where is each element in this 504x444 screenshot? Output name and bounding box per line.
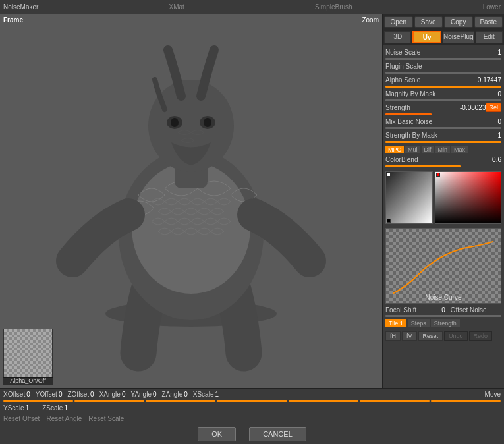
- mix-basic-row: Mix Basic Noise 0: [385, 117, 501, 126]
- app-name: NoiseMaker: [3, 3, 38, 11]
- noise-scale-label: Noise Scale: [385, 49, 495, 56]
- alpha-scale-label: Alpha Scale: [385, 76, 475, 84]
- colorblend-label: ColorBlend: [385, 156, 490, 163]
- tile-button[interactable]: Tile 1: [385, 319, 406, 327]
- yoffset-label: YOffset: [36, 391, 57, 398]
- xoffset-value: 0: [26, 391, 30, 398]
- offset-noise-label: Offset Noise: [451, 306, 501, 314]
- mix-max-button[interactable]: Max: [451, 146, 468, 153]
- colorblend-value: 0.6: [492, 156, 501, 163]
- color-box-dark[interactable]: [385, 171, 433, 224]
- reset-offset-button[interactable]: Reset Offset: [3, 415, 40, 422]
- strength-row: Strength -0.08023 Rel: [385, 103, 501, 112]
- reset-scale-button[interactable]: Reset Scale: [88, 415, 124, 422]
- alpha-scale-slider[interactable]: [385, 86, 501, 88]
- viewport[interactable]: Frame Zoom: [0, 14, 382, 388]
- strength-mask-slider[interactable]: [385, 141, 501, 143]
- tab-edit[interactable]: Edit: [476, 31, 503, 43]
- colorblend-slider[interactable]: [385, 165, 461, 167]
- mix-dif-button[interactable]: Dif: [422, 146, 434, 153]
- zoffset-item: ZOffset 0: [67, 391, 94, 398]
- xoffset-label: XOffset: [3, 391, 25, 398]
- color-picker-row: [385, 171, 501, 224]
- mix-min-button[interactable]: Min: [435, 146, 451, 153]
- noise-scale-row: Noise Scale 1: [385, 47, 501, 57]
- zoffset-label: ZOffset: [67, 391, 89, 398]
- alpha-thumbnail: [3, 329, 53, 378]
- color-corner-tr: [436, 173, 440, 177]
- strength-value: -0.08023: [460, 104, 486, 111]
- zangle-label: ZAngle: [162, 391, 183, 398]
- xscale-item: XScale 1: [193, 391, 219, 398]
- scale-row: YScale 1 ZScale 1: [0, 403, 504, 414]
- plugin-scale-slider[interactable]: [385, 72, 501, 74]
- color-corner-tl: [387, 173, 391, 177]
- panel-content: Noise Scale 1 Plugin Scale Alpha Scale 0…: [383, 45, 504, 388]
- alpha-scale-row: Alpha Scale 0.17447: [385, 75, 501, 84]
- yangle-slider[interactable]: [289, 400, 358, 402]
- zangle-slider[interactable]: [360, 400, 430, 402]
- mix-basic-label: Mix Basic Noise: [385, 118, 495, 125]
- xangle-slider[interactable]: [217, 400, 287, 402]
- noise-curve-label: Noise Curve: [425, 294, 461, 301]
- focal-shift-slider[interactable]: [385, 315, 501, 317]
- mix-basic-slider[interactable]: [385, 127, 501, 129]
- color-box-gradient[interactable]: [435, 171, 501, 224]
- reset-row: Reset Offset Reset Angle Reset Scale: [0, 414, 504, 424]
- undo-button[interactable]: Undo: [444, 331, 468, 341]
- yoffset-slider[interactable]: [74, 400, 144, 402]
- yscale-label: YScale: [3, 404, 24, 412]
- xangle-value: 0: [122, 391, 126, 398]
- mix-mpc-button[interactable]: MPC: [385, 146, 404, 153]
- right-panel: Open Save Copy Paste 3D Uv NoisePlug Edi…: [382, 14, 504, 388]
- panel-top-buttons: Open Save Copy Paste: [383, 14, 504, 30]
- noise-scale-slider[interactable]: [385, 58, 501, 60]
- ok-button[interactable]: OK: [198, 427, 236, 441]
- zoffset-slider[interactable]: [146, 400, 215, 402]
- zangle-value: 0: [184, 391, 188, 398]
- strength-slider[interactable]: [385, 113, 432, 115]
- xscale-slider[interactable]: [431, 400, 501, 402]
- magnify-slider[interactable]: [385, 99, 501, 101]
- cancel-button[interactable]: CANCEL: [249, 427, 306, 441]
- copy-button[interactable]: Copy: [444, 16, 473, 28]
- xoffset-slider[interactable]: [3, 400, 73, 402]
- paste-button[interactable]: Paste: [474, 16, 503, 28]
- open-button[interactable]: Open: [384, 16, 413, 28]
- fh-button[interactable]: fH: [385, 331, 401, 341]
- svg-point-9: [204, 118, 211, 127]
- svg-point-8: [171, 118, 179, 127]
- tab-uv[interactable]: Uv: [412, 31, 441, 43]
- zangle-item: ZAngle 0: [162, 391, 188, 398]
- redo-button[interactable]: Redo: [469, 331, 493, 341]
- offset-row: XOffset 0 YOffset 0 ZOffset 0 XAngle 0 Y…: [0, 389, 504, 399]
- mix-mul-button[interactable]: Mul: [405, 146, 420, 153]
- simplebrush-label: SimpleBrush: [315, 3, 352, 11]
- yoffset-item: YOffset 0: [36, 391, 63, 398]
- noise-curve-area[interactable]: Noise Curve: [385, 228, 501, 304]
- lower-label: Lower: [483, 3, 501, 11]
- yangle-value: 0: [153, 391, 157, 398]
- zscale-label: ZScale: [42, 404, 63, 412]
- xscale-value: 1: [215, 391, 219, 398]
- save-button[interactable]: Save: [414, 16, 443, 28]
- focal-row: Focal Shift 0 Offset Noise: [385, 306, 501, 314]
- magnify-value: 0: [497, 90, 501, 97]
- reset-button[interactable]: Reset: [418, 331, 443, 341]
- strength-tile-button[interactable]: Strength: [431, 319, 460, 327]
- tab-3d[interactable]: 3D: [384, 31, 411, 43]
- alpha-label: Alpha_On/Off: [3, 377, 53, 385]
- bottom-section: XOffset 0 YOffset 0 ZOffset 0 XAngle 0 Y…: [0, 388, 504, 444]
- yscale-value: 1: [26, 404, 30, 412]
- zoffset-value: 0: [90, 391, 94, 398]
- fv-button[interactable]: fV: [402, 331, 417, 341]
- rel-button[interactable]: Rel: [486, 103, 501, 112]
- strength-label: Strength: [385, 104, 457, 111]
- reset-angle-button[interactable]: Reset Angle: [46, 415, 82, 422]
- yangle-item: YAngle 0: [130, 391, 156, 398]
- zscale-item: ZScale 1: [42, 404, 68, 412]
- steps-button[interactable]: Steps: [408, 319, 430, 327]
- zscale-value: 1: [64, 404, 68, 412]
- focal-shift-value: 0: [441, 306, 445, 314]
- tab-noiseplug[interactable]: NoisePlug: [443, 31, 474, 43]
